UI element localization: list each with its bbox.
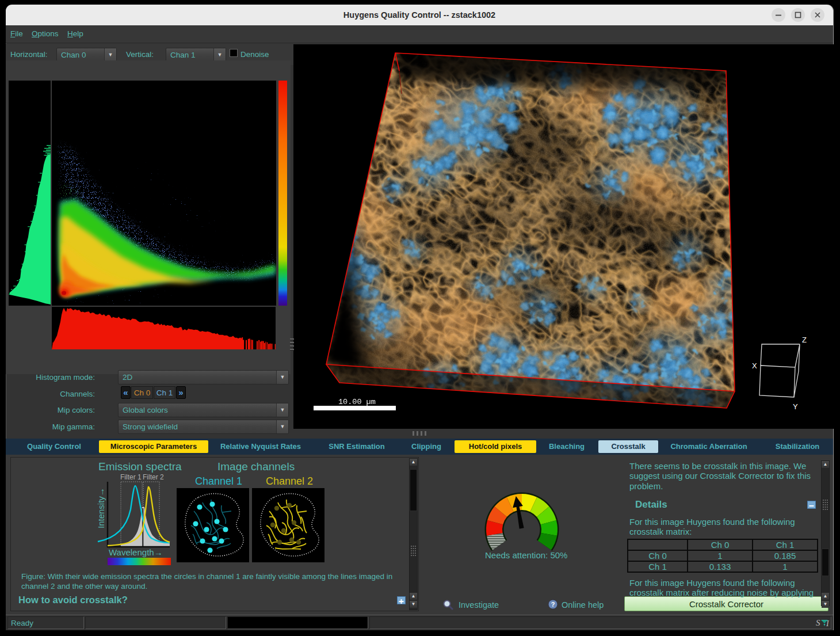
svg-text:Filter 2: Filter 2 bbox=[143, 474, 164, 481]
svg-text:Wavelength→: Wavelength→ bbox=[109, 547, 163, 557]
svg-text:S: S bbox=[816, 618, 820, 627]
svg-text:?: ? bbox=[551, 601, 555, 608]
svg-text:I: I bbox=[826, 619, 830, 628]
svg-text:Filter 1: Filter 1 bbox=[120, 474, 142, 481]
svg-text:Intensity→: Intensity→ bbox=[96, 488, 106, 528]
svg-text:Z: Z bbox=[802, 336, 807, 344]
svg-text:X: X bbox=[752, 361, 757, 370]
svg-text:10.00 µm: 10.00 µm bbox=[338, 398, 376, 406]
svg-text:Y: Y bbox=[793, 402, 798, 411]
